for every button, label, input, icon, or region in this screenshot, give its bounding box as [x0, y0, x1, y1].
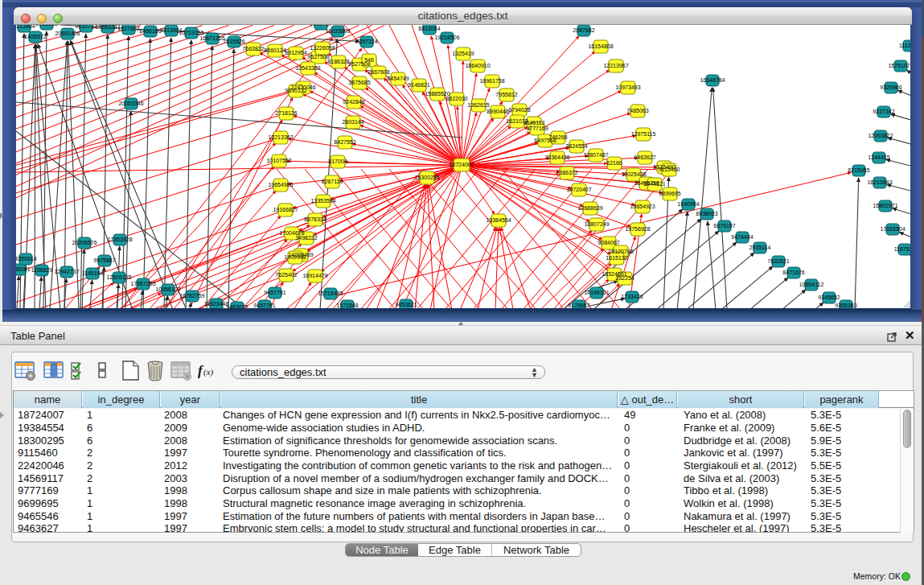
svg-text:817004: 817004: [328, 159, 347, 164]
svg-text:19384554: 19384554: [486, 217, 511, 223]
svg-text:12505135: 12505135: [106, 274, 131, 280]
svg-text:8215955: 8215955: [848, 167, 869, 173]
svg-text:13226058: 13226058: [310, 45, 335, 51]
svg-text:546: 546: [364, 57, 374, 63]
svg-text:7625402: 7625402: [275, 272, 297, 278]
svg-text:1325419: 1325419: [452, 51, 474, 56]
svg-text:5944121: 5944121: [643, 181, 665, 187]
svg-text:1615132: 1615132: [606, 255, 627, 261]
svg-text:9975867: 9975867: [93, 257, 115, 263]
svg-text:10958107: 10958107: [155, 286, 180, 292]
svg-text:16671355: 16671355: [199, 35, 224, 41]
svg-text:16120746: 16120746: [608, 249, 633, 254]
svg-text:746266: 746266: [548, 134, 567, 140]
svg-text:2935114: 2935114: [749, 245, 771, 250]
svg-text:10719155: 10719155: [179, 30, 203, 35]
svg-text:16154808: 16154808: [588, 43, 613, 49]
svg-text:12213967: 12213967: [603, 63, 628, 68]
svg-text:2055213: 2055213: [35, 25, 57, 27]
svg-text:9313904: 9313904: [16, 25, 35, 29]
svg-text:12093822: 12093822: [868, 133, 893, 138]
svg-text:9135061: 9135061: [16, 266, 31, 272]
svg-text:1640954: 1640954: [677, 201, 699, 207]
svg-text:20691406: 20691406: [55, 31, 80, 36]
svg-text:9453621: 9453621: [395, 302, 417, 307]
svg-text:8938923: 8938923: [696, 211, 717, 216]
svg-text:1362615: 1362615: [467, 102, 489, 108]
svg-text:9463628: 9463628: [226, 304, 248, 308]
svg-text:10654112: 10654112: [799, 282, 824, 287]
svg-text:20364436: 20364436: [544, 154, 569, 160]
svg-text:1571648: 1571648: [336, 303, 358, 308]
svg-text:(x): (x): [203, 367, 214, 377]
svg-text:17016504: 17016504: [880, 226, 905, 232]
svg-text:3498222: 3498222: [295, 235, 317, 241]
svg-text:8822030: 8822030: [446, 96, 467, 101]
svg-text:15892971: 15892971: [873, 203, 897, 208]
svg-text:12213363: 12213363: [268, 134, 293, 140]
svg-text:10543362: 10543362: [295, 65, 320, 71]
svg-text:16914479: 16914479: [302, 273, 327, 278]
svg-text:1244415: 1244415: [868, 154, 889, 160]
svg-text:7955812: 7955812: [495, 92, 517, 97]
svg-text:9610737: 9610737: [310, 25, 331, 27]
svg-text:13353594: 13353594: [310, 198, 335, 204]
svg-text:10107552: 10107552: [266, 158, 291, 163]
svg-text:8466160: 8466160: [139, 28, 161, 34]
svg-text:7515526: 7515526: [223, 39, 244, 44]
svg-text:11923448: 11923448: [204, 301, 229, 307]
svg-text:8813054: 8813054: [418, 26, 440, 31]
svg-text:1167533: 1167533: [894, 246, 910, 252]
svg-text:18640910: 18640910: [465, 63, 490, 68]
svg-text:2867608: 2867608: [368, 69, 389, 75]
svg-text:2087682: 2087682: [573, 27, 594, 33]
svg-text:12975115: 12975115: [631, 131, 656, 137]
svg-text:16648784: 16648784: [700, 77, 725, 83]
svg-text:2718126: 2718126: [275, 110, 297, 116]
svg-text:17353928: 17353928: [107, 237, 132, 242]
svg-text:9227342: 9227342: [873, 109, 894, 114]
svg-text:16033809: 16033809: [325, 28, 350, 34]
svg-text:7632621: 7632621: [767, 258, 789, 264]
svg-text:9245652: 9245652: [818, 295, 840, 300]
svg-text:62160: 62160: [606, 160, 622, 166]
svg-text:3824554: 3824554: [565, 143, 587, 149]
svg-text:18807249: 18807249: [584, 221, 609, 227]
svg-text:9457791: 9457791: [264, 290, 285, 295]
svg-text:3875685: 3875685: [348, 80, 370, 85]
svg-text:1405572: 1405572: [24, 34, 46, 39]
svg-text:19720407: 19720407: [566, 187, 591, 192]
svg-text:6879197: 6879197: [713, 223, 735, 229]
svg-text:18300295: 18300295: [414, 175, 439, 180]
svg-text:8912954: 8912954: [285, 50, 306, 56]
svg-text:10025438: 10025438: [621, 171, 646, 177]
svg-text:19166827: 19166827: [273, 207, 298, 212]
svg-text:19218506: 19218506: [434, 35, 459, 40]
svg-text:9115460: 9115460: [659, 167, 680, 172]
svg-text:9527506: 9527506: [307, 54, 329, 60]
svg-text:1156829: 1156829: [31, 267, 53, 273]
svg-text:1527602: 1527602: [117, 26, 139, 31]
svg-text:9329966: 9329966: [880, 84, 901, 90]
svg-text:10807487: 10807487: [583, 152, 608, 158]
svg-text:8454749: 8454749: [387, 76, 409, 81]
svg-text:1112438: 1112438: [899, 43, 910, 48]
svg-text:9385363: 9385363: [835, 303, 856, 308]
svg-text:8427552: 8427552: [334, 139, 355, 145]
svg-text:10688639: 10688639: [577, 205, 602, 211]
svg-text:10973493: 10973493: [615, 84, 640, 90]
svg-text:9899695: 9899695: [659, 191, 680, 196]
svg-text:9474444: 9474444: [731, 234, 753, 240]
svg-text:16210643: 16210643: [867, 179, 892, 185]
svg-text:2803144: 2803144: [342, 119, 363, 125]
svg-text:14196161: 14196161: [584, 290, 609, 295]
svg-text:15716485: 15716485: [318, 290, 343, 296]
svg-text:20053346: 20053346: [118, 101, 143, 106]
svg-text:8186328: 8186328: [327, 59, 349, 64]
svg-text:20206576: 20206576: [72, 240, 97, 245]
svg-text:252254: 252254: [615, 275, 634, 281]
svg-text:9457791: 9457791: [253, 303, 275, 308]
svg-text:1733426: 1733426: [621, 294, 643, 299]
svg-text:17957255: 17957255: [130, 281, 155, 286]
svg-text:16961758: 16961758: [479, 78, 504, 84]
